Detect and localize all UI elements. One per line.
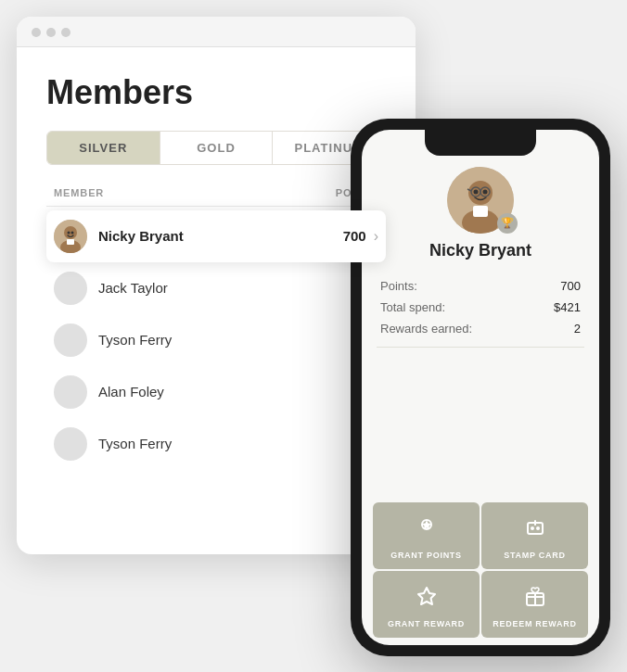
table-row[interactable]: Jack Taylor 320 [46, 262, 386, 314]
svg-rect-5 [67, 239, 74, 245]
table-row[interactable]: Nicky Bryant 700 › [46, 210, 386, 262]
avatar [54, 375, 87, 409]
page-title: Members [46, 73, 386, 112]
table-row[interactable]: Tyson Ferry 410 [46, 314, 386, 366]
table-row[interactable]: Tyson Ferry 410 [46, 418, 386, 470]
tab-gold[interactable]: GOLD [160, 132, 274, 164]
member-name: Nicky Bryant [98, 228, 292, 244]
svg-point-3 [68, 231, 70, 234]
member-points: 700 [292, 228, 366, 244]
stamp-card-button[interactable]: STAMP CARD [481, 502, 588, 569]
member-name: Tyson Ferry [98, 436, 304, 451]
stat-row-spend: Total spend: $421 [380, 297, 581, 318]
tabs-container: SILVER GOLD PLATINUM [46, 131, 386, 165]
phone-mockup: 🏆 Nicky Bryant Points: 700 Total spend: … [351, 119, 610, 656]
col-header-member: MEMBER [54, 187, 304, 198]
browser-dot-1 [32, 28, 41, 37]
grant-reward-label: GRANT REWARD [388, 619, 465, 628]
profile-name: Nicky Bryant [429, 241, 531, 260]
trophy-badge: 🏆 [497, 213, 518, 234]
avatar [54, 220, 87, 253]
phone-screen: 🏆 Nicky Bryant Points: 700 Total spend: … [362, 130, 599, 645]
redeem-reward-icon [524, 586, 546, 612]
stamp-card-label: STAMP CARD [504, 551, 565, 560]
browser-dot-3 [61, 28, 70, 37]
scene: Members SILVER GOLD PLATINUM MEMBER POIN… [17, 17, 610, 656]
redeem-reward-button[interactable]: REDEEM REWARD [481, 571, 588, 638]
avatar [54, 272, 87, 305]
stat-label-spend: Total spend: [380, 300, 445, 314]
member-name: Tyson Ferry [98, 332, 304, 348]
svg-rect-11 [473, 206, 488, 217]
svg-point-9 [474, 189, 479, 194]
svg-point-10 [483, 189, 488, 194]
phone-notch [425, 130, 536, 156]
grant-reward-icon [416, 586, 438, 612]
svg-point-19 [536, 526, 540, 530]
svg-point-4 [71, 231, 74, 234]
member-name: Jack Taylor [98, 280, 304, 296]
action-grid: GRANT POINTS STAMP CARD [362, 495, 599, 645]
stat-row-points: Points: 700 [380, 275, 581, 297]
row-arrow: › [374, 228, 378, 245]
stat-value-spend: $421 [554, 300, 581, 314]
stat-value-points: 700 [560, 279, 581, 293]
svg-point-18 [531, 526, 534, 530]
grant-points-icon [416, 517, 438, 543]
divider [377, 347, 584, 348]
avatar [54, 323, 87, 357]
phone-profile: 🏆 Nicky Bryant [362, 156, 599, 268]
redeem-reward-label: REDEEM REWARD [493, 619, 576, 628]
tab-silver[interactable]: SILVER [47, 132, 160, 164]
browser-chrome [17, 17, 416, 47]
stat-value-rewards: 2 [574, 322, 581, 336]
stat-row-rewards: Rewards earned: 2 [380, 318, 581, 339]
profile-stats: Points: 700 Total spend: $421 Rewards ea… [362, 268, 599, 347]
grant-points-button[interactable]: GRANT POINTS [373, 502, 480, 569]
browser-dot-2 [46, 28, 56, 37]
grant-points-label: GRANT POINTS [390, 551, 462, 560]
stamp-card-icon [524, 517, 546, 543]
table-row[interactable]: Alan Foley 670 [46, 366, 386, 418]
stat-label-rewards: Rewards earned: [380, 322, 472, 336]
grant-reward-button[interactable]: GRANT REWARD [373, 571, 480, 638]
avatar [54, 427, 87, 461]
stat-label-points: Points: [380, 279, 417, 293]
table-header: MEMBER POINTS [46, 187, 386, 207]
member-name: Alan Foley [98, 384, 304, 399]
